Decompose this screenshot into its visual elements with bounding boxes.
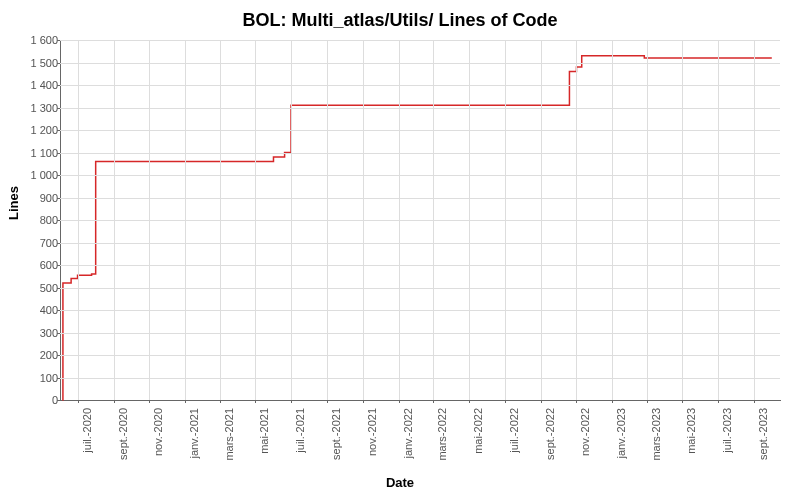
x-tick-label: sept.-2023: [757, 408, 769, 460]
x-tick-label: nov.-2021: [366, 408, 378, 456]
x-tick-label: juil.-2021: [294, 408, 306, 453]
x-tick-label: mars-2021: [223, 408, 235, 461]
y-tick-label: 400: [8, 304, 58, 316]
y-tick-label: 1 600: [8, 34, 58, 46]
x-tick-label: mai-2022: [472, 408, 484, 454]
x-tick-label: mars-2022: [436, 408, 448, 461]
x-tick-label: janv.-2022: [402, 408, 414, 459]
y-tick-label: 800: [8, 214, 58, 226]
x-tick-label: juil.-2020: [81, 408, 93, 453]
chart-title: BOL: Multi_atlas/Utils/ Lines of Code: [0, 10, 800, 31]
x-tick-label: janv.-2023: [615, 408, 627, 459]
y-tick-label: 200: [8, 349, 58, 361]
x-tick-label: mai-2023: [685, 408, 697, 454]
y-tick-label: 900: [8, 192, 58, 204]
y-tick-label: 1 400: [8, 79, 58, 91]
y-tick-label: 1 300: [8, 102, 58, 114]
x-tick-label: sept.-2020: [117, 408, 129, 460]
y-tick-label: 500: [8, 282, 58, 294]
y-tick-label: 100: [8, 372, 58, 384]
y-tick-label: 1 200: [8, 124, 58, 136]
y-tick-label: 300: [8, 327, 58, 339]
y-tick-label: 1 100: [8, 147, 58, 159]
x-tick-label: sept.-2022: [544, 408, 556, 460]
x-tick-label: nov.-2020: [152, 408, 164, 456]
x-tick-label: sept.-2021: [330, 408, 342, 460]
chart-container: BOL: Multi_atlas/Utils/ Lines of Code Li…: [0, 0, 800, 500]
x-tick-label: janv.-2021: [188, 408, 200, 459]
y-tick-label: 1 500: [8, 57, 58, 69]
x-tick-label: mai-2021: [258, 408, 270, 454]
x-axis-label: Date: [0, 475, 800, 490]
x-tick-label: juil.-2023: [721, 408, 733, 453]
y-tick-label: 0: [8, 394, 58, 406]
x-tick-label: nov.-2022: [579, 408, 591, 456]
y-tick-label: 600: [8, 259, 58, 271]
y-tick-label: 1 000: [8, 169, 58, 181]
y-tick-label: 700: [8, 237, 58, 249]
x-tick-label: mars-2023: [650, 408, 662, 461]
x-tick-label: juil.-2022: [508, 408, 520, 453]
